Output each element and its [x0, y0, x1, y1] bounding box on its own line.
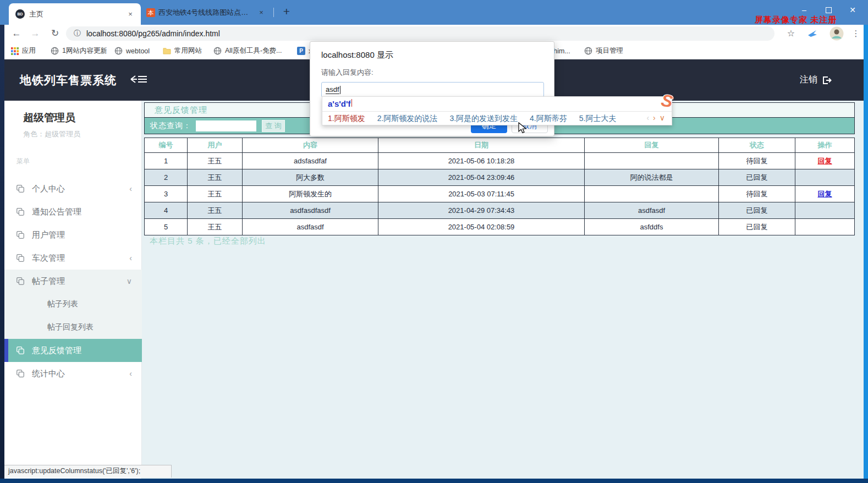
logout-button[interactable]: 注销: [800, 74, 832, 86]
cell-reply: asfddfs: [585, 219, 719, 235]
ime-composition-text: asdf: [326, 86, 339, 94]
sidebar-item-feedback-mgmt[interactable]: 意见反馈管理: [4, 339, 142, 362]
cell-action: [795, 202, 855, 219]
cell-reply: [585, 186, 719, 202]
sogou-logo-icon: S: [660, 90, 674, 112]
col-header-reply: 回复: [585, 138, 719, 153]
pages-icon: [15, 207, 25, 217]
ime-candidate-2[interactable]: 2.阿斯顿发的说法: [377, 114, 438, 124]
dialog-text-input[interactable]: asdf: [321, 82, 544, 97]
query-button[interactable]: 查 询: [262, 120, 285, 132]
tab-xian-title: 西安地铁4号线线路图站点分布: [158, 8, 253, 18]
sidebar-item-post-mgmt[interactable]: 帖子管理 ∨: [4, 270, 142, 293]
cell-reply: 阿的说法都是: [585, 169, 719, 186]
sidebar-item-stats-center[interactable]: 统计中心 ‹: [4, 362, 142, 385]
browser-toolbar: ← → ↻ ⓘ localhost:8080/pg265/admin/index…: [4, 25, 864, 43]
address-bar[interactable]: ⓘ localhost:8080/pg265/admin/index.html: [66, 26, 774, 41]
cell-user: 王五: [188, 186, 243, 202]
cell-date: 2021-04-29 07:34:43: [378, 202, 585, 219]
sidebar-item-personal-center[interactable]: 个人中心 ‹: [4, 177, 142, 200]
sidebar-item-user-mgmt[interactable]: 用户管理: [4, 223, 142, 246]
sidebar-item-label: 统计中心: [32, 369, 65, 379]
sidebar-collapse-icon[interactable]: [129, 73, 149, 87]
pages-icon: [15, 276, 25, 286]
ime-caret: [351, 99, 352, 107]
ime-candidate-5[interactable]: 5.阿士大夫: [579, 114, 617, 124]
page-info-icon[interactable]: ⓘ: [74, 29, 81, 39]
sidebar-menu: 个人中心 ‹ 通知公告管理 用户管理 车次管理 ‹: [4, 177, 142, 385]
extension-bird-icon[interactable]: [806, 28, 818, 42]
sidebar-role: 角色：超级管理员: [23, 129, 80, 139]
maximize-icon: [826, 7, 832, 13]
reply-link[interactable]: 回复: [818, 157, 832, 165]
sidebar-item-post-reply-list[interactable]: 帖子回复列表: [4, 316, 142, 339]
tab-xian-close-icon[interactable]: ×: [256, 8, 266, 18]
tab-home-close-icon[interactable]: ×: [125, 9, 135, 19]
cell-status: 待回复: [719, 186, 795, 202]
ime-prev-page-icon[interactable]: ‹: [646, 113, 649, 122]
cell-reply: [585, 153, 719, 169]
pages-icon: [15, 230, 25, 240]
col-header-action: 操作: [795, 138, 855, 153]
forward-button[interactable]: →: [28, 26, 43, 41]
mouse-cursor: [518, 122, 529, 134]
logout-label: 注销: [800, 74, 817, 86]
ime-pager: ‹ › ∨: [646, 113, 665, 122]
p-badge-icon: P: [297, 47, 305, 55]
cell-user: 王五: [188, 202, 243, 219]
bookmark-project[interactable]: 项目管理: [584, 43, 623, 59]
logout-icon: [822, 75, 832, 85]
bookmark-common-sites[interactable]: 常用网站: [163, 43, 202, 59]
table-row: 1 王五 adsfasdfaf 2021-05-06 10:18:28 待回复 …: [145, 153, 855, 169]
ime-candidate-4[interactable]: 4.阿斯蒂芬: [530, 114, 567, 124]
cell-content: asdfasdfasdf: [243, 202, 378, 219]
tab-home[interactable]: BD 主页 ×: [9, 3, 141, 25]
cell-reply: asdfasdf: [585, 202, 719, 219]
tab-xian-favicon-icon: 本: [146, 8, 155, 17]
bookmark-star-icon[interactable]: ☆: [783, 26, 799, 41]
ime-candidate-3[interactable]: 3.阿是的发送到发生: [449, 114, 518, 124]
ime-next-page-icon[interactable]: ›: [653, 113, 656, 122]
chrome-menu-icon[interactable]: ⋮: [850, 26, 861, 41]
pages-icon: [15, 345, 25, 355]
status-query-input[interactable]: [196, 120, 256, 131]
sidebar-item-label: 帖子管理: [32, 276, 65, 287]
desktop-edge-bottom: [0, 479, 868, 483]
cell-date: 2021-05-04 02:08:59: [378, 219, 585, 235]
sidebar-item-notice-mgmt[interactable]: 通知公告管理: [4, 200, 142, 223]
table-row: 3 王五 阿斯顿发生的 2021-05-03 07:11:45 待回复 回复: [145, 186, 855, 202]
sidebar-item-label: 帖子列表: [47, 299, 78, 309]
status-bar: javascript:updateColumnstatus('已回复','6')…: [4, 465, 172, 477]
chevron-left-icon: ‹: [129, 184, 132, 193]
desktop-edge-right: [864, 25, 868, 479]
ime-expand-icon[interactable]: ∨: [660, 113, 665, 122]
ime-candidate-1[interactable]: 1.阿斯顿发: [328, 114, 365, 124]
pages-icon: [15, 369, 25, 378]
sidebar-group-posts: 帖子管理 ∨ 帖子列表 帖子回复列表: [4, 270, 142, 339]
bookmark-webtool[interactable]: webtool: [114, 43, 150, 59]
cell-status: 已回复: [719, 169, 795, 186]
cell-content: asdfasdf: [243, 219, 378, 235]
close-window-button[interactable]: ✕: [840, 1, 865, 19]
sidebar-item-post-list[interactable]: 帖子列表: [4, 293, 142, 316]
back-button[interactable]: ←: [9, 26, 24, 41]
profile-avatar[interactable]: [829, 26, 844, 43]
cell-id: 2: [145, 169, 188, 186]
bookmark-tools[interactable]: All原创工具-免费...: [213, 43, 282, 59]
bookmark-site-update[interactable]: 1网站内容更新: [51, 43, 107, 59]
cell-content: 阿大多数: [243, 169, 378, 186]
new-tab-button[interactable]: +: [278, 3, 295, 20]
bookmark-apps-label: 应用: [22, 46, 36, 56]
reply-link[interactable]: 回复: [818, 190, 832, 198]
chevron-left-icon: ‹: [129, 369, 132, 378]
url-text[interactable]: localhost:8080/pg265/admin/index.html: [86, 29, 220, 38]
reload-button[interactable]: ↻: [47, 26, 63, 41]
cell-user: 王五: [188, 153, 243, 169]
globe-icon: [584, 47, 592, 55]
sidebar-item-train-mgmt[interactable]: 车次管理 ‹: [4, 246, 142, 270]
selected-indicator-bar: [4, 339, 8, 362]
table-row: 4 王五 asdfasdfasdf 2021-04-29 07:34:43 as…: [145, 202, 855, 219]
table-row: 2 王五 阿大多数 2021-05-04 23:09:46 阿的说法都是 已回复: [145, 169, 855, 186]
bookmark-apps[interactable]: 应用: [11, 43, 36, 59]
tab-xian-metro[interactable]: 本 西安地铁4号线线路图站点分布 ×: [146, 6, 271, 19]
